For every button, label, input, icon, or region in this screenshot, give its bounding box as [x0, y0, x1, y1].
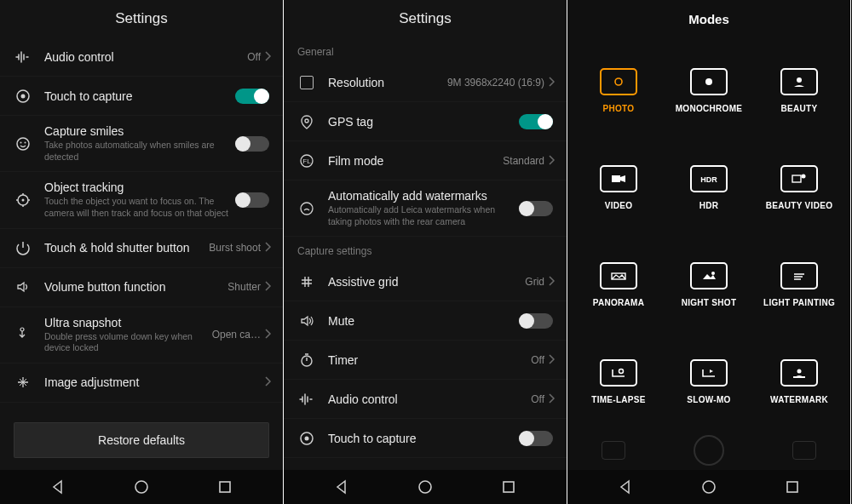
setting-subtitle: Take photos automatically when smiles ar… — [44, 140, 235, 163]
nav-back-button[interactable] — [600, 470, 651, 504]
mode-hdr[interactable]: HDR — [665, 141, 753, 233]
setting-row-object-tracking[interactable]: Object trackingTouch the object you want… — [0, 172, 283, 228]
mode-monochrome[interactable]: MONOCHROME — [665, 44, 753, 136]
setting-row-automatically-add-watermarks[interactable]: Automatically add watermarksAutomaticall… — [284, 180, 567, 237]
toggle-switch[interactable] — [519, 313, 553, 329]
setting-value: Standard — [503, 155, 544, 167]
nav-recent-button[interactable] — [767, 470, 818, 504]
pano-icon — [600, 262, 637, 289]
toggle-switch[interactable] — [519, 431, 553, 446]
restore-defaults-button[interactable]: Restore defaults — [14, 422, 269, 458]
setting-row-timer[interactable]: TimerOff — [284, 341, 567, 380]
settings-list: General Resolution9M 3968x2240 (16:9)GPS… — [284, 37, 567, 470]
nav-home-button[interactable] — [400, 470, 451, 504]
mode-time-lapse[interactable]: TIME-LAPSE — [574, 335, 663, 427]
modes-title: Modes — [567, 0, 850, 37]
adjust-icon — [14, 375, 32, 390]
mode-beauty-video[interactable]: BEAUTY VIDEO — [755, 141, 843, 233]
mode-label: PHOTO — [603, 104, 635, 113]
chevron-right-icon — [264, 279, 273, 295]
setting-subtitle: Touch the object you want to focus on. T… — [44, 196, 235, 219]
mode-label: LIGHT PAINTING — [763, 298, 835, 307]
setting-row-ultra-snapshot[interactable]: Ultra snapshotDouble press volume down k… — [0, 307, 283, 364]
checkbox-icon[interactable] — [300, 76, 314, 89]
toggle-switch[interactable] — [235, 136, 269, 152]
setting-row-film-mode[interactable]: Film modeStandard — [284, 141, 567, 180]
section-general: General — [284, 37, 567, 63]
nav-back-button[interactable] — [316, 470, 367, 504]
mode-slow-mo[interactable]: SLOW-MO — [665, 335, 753, 427]
setting-row-capture-smiles[interactable]: Capture smilesTake photos automatically … — [0, 116, 283, 172]
toggle-switch[interactable] — [235, 192, 269, 208]
chevron-right-icon — [548, 75, 556, 90]
setting-row-audio-control[interactable]: Audio controlOff — [284, 380, 567, 419]
android-navbar — [567, 470, 850, 504]
mode-light-painting[interactable]: LIGHT PAINTING — [755, 238, 843, 330]
hdr-icon — [690, 165, 728, 192]
nav-recent-button[interactable] — [483, 470, 534, 504]
setting-row-audio-control[interactable]: Audio controlOff — [0, 37, 283, 77]
gps-icon — [297, 114, 316, 129]
nav-home-button[interactable] — [116, 470, 167, 504]
settings-list: Audio controlOffTouch to captureCapture … — [0, 37, 283, 410]
android-navbar — [284, 470, 567, 504]
setting-value: Grid — [525, 276, 544, 288]
setting-row-assistive-grid[interactable]: Assistive gridGrid — [284, 262, 567, 301]
setting-row-volume-button-function[interactable]: Volume button functionShutter — [0, 268, 283, 307]
mode-label: SLOW-MO — [687, 395, 730, 404]
setting-title: Capture smiles — [44, 124, 235, 138]
touch-capture-icon — [14, 89, 32, 104]
touch-capture-icon — [297, 431, 316, 446]
gallery-thumb[interactable] — [602, 441, 625, 460]
mode-label: PANORAMA — [593, 298, 645, 307]
timelapse-icon — [600, 359, 637, 387]
setting-value: Off — [531, 393, 544, 405]
film-icon — [297, 153, 316, 169]
setting-row-mute[interactable]: Mute — [284, 301, 567, 341]
mode-beauty[interactable]: BEAUTY — [755, 44, 843, 136]
setting-title: Ultra snapshot — [44, 316, 212, 329]
setting-title: Film mode — [328, 154, 503, 168]
mode-night-shot[interactable]: NIGHT SHOT — [665, 238, 753, 330]
shutter-button[interactable] — [694, 435, 724, 466]
night-icon — [690, 262, 728, 289]
mode-photo[interactable]: PHOTO — [574, 44, 663, 136]
toggle-switch[interactable] — [235, 89, 269, 104]
nav-recent-button[interactable] — [199, 470, 250, 504]
setting-value: Open ca… — [212, 329, 261, 341]
setting-row-image-adjustment[interactable]: Image adjustment — [0, 364, 283, 403]
toggle-switch[interactable] — [519, 114, 553, 129]
setting-value: 9M 3968x2240 (16:9) — [447, 77, 544, 89]
camera-footer — [567, 431, 850, 470]
setting-row-gps-tag[interactable]: GPS tag — [284, 102, 567, 141]
setting-title: Assistive grid — [328, 275, 525, 289]
nav-back-button[interactable] — [32, 470, 83, 504]
setting-row-touch-to-capture[interactable]: Touch to capture — [0, 77, 283, 116]
nav-home-button[interactable] — [683, 470, 734, 504]
setting-title: Image adjustment — [44, 375, 264, 389]
header-title: Settings — [0, 0, 283, 37]
setting-row-resolution[interactable]: Resolution9M 3968x2240 (16:9) — [284, 63, 567, 102]
header-title: Settings — [284, 0, 567, 37]
mode-panorama[interactable]: PANORAMA — [574, 238, 663, 330]
setting-subtitle: Automatically add Leica watermarks when … — [328, 204, 519, 227]
setting-title: Audio control — [44, 50, 247, 64]
mode-video[interactable]: VIDEO — [574, 141, 663, 233]
snapshot-icon — [14, 327, 32, 342]
toggle-switch[interactable] — [519, 201, 553, 216]
chevron-right-icon — [548, 153, 556, 169]
watermark-icon — [780, 359, 818, 387]
light-icon — [780, 262, 818, 289]
modes-panel: Modes PHOTOMONOCHROMEBEAUTYVIDEOHDRBEAUT… — [567, 0, 851, 504]
setting-row-touch-hold-shutter-button[interactable]: Touch & hold shutter buttonBurst shoot — [0, 229, 283, 268]
chevron-right-icon — [548, 352, 556, 368]
setting-value: Off — [531, 354, 544, 366]
setting-row-capture-smiles[interactable]: Capture smiles — [284, 458, 567, 470]
setting-title: Timer — [328, 353, 531, 367]
setting-row-touch-to-capture[interactable]: Touch to capture — [284, 419, 567, 458]
switch-camera[interactable] — [792, 441, 816, 460]
mode-watermark[interactable]: WATERMARK — [755, 335, 843, 427]
section-capture: Capture settings — [284, 237, 567, 262]
volume-icon — [14, 279, 32, 295]
audio-icon — [14, 49, 32, 65]
